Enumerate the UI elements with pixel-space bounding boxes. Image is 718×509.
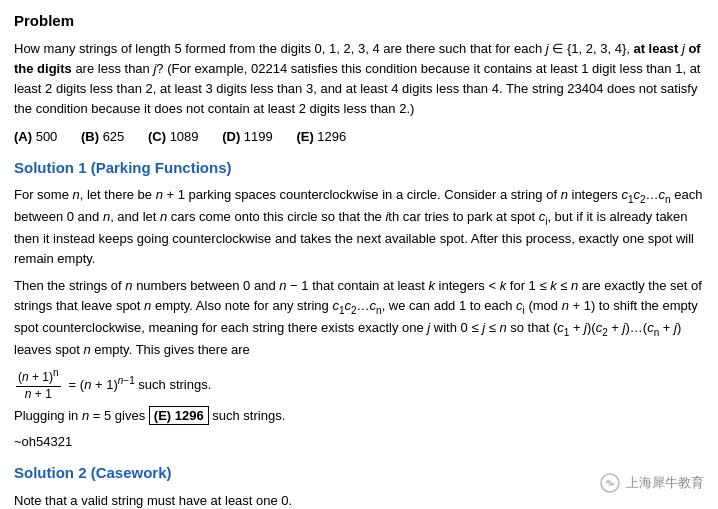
choice-e: (E) 1296	[296, 129, 346, 144]
choice-d: (D) 1199	[222, 129, 273, 144]
fraction: (n + 1)n n + 1	[16, 366, 61, 402]
choice-c: (C) 1089	[148, 129, 199, 144]
svg-point-1	[608, 481, 612, 485]
fraction-equals: = (n + 1)n−1 such strings.	[69, 373, 212, 395]
solution1-credit: ~oh54321	[14, 432, 704, 452]
solution1-title: Solution 1 (Parking Functions)	[14, 157, 704, 180]
problem-title: Problem	[14, 10, 704, 33]
problem-section: Problem How many strings of length 5 for…	[14, 10, 704, 147]
fraction-block: (n + 1)n n + 1 = (n + 1)n−1 such strings…	[14, 366, 704, 402]
watermark-icon	[598, 471, 622, 495]
watermark-text: 上海犀牛教育	[626, 473, 704, 493]
fraction-numerator: (n + 1)n	[16, 366, 61, 387]
watermark: 上海犀牛教育	[598, 471, 704, 495]
final-answer-box: (E) 1296	[149, 406, 209, 425]
solution1-para4: Plugging in n = 5 gives (E) 1296 such st…	[14, 406, 704, 426]
solution1-para1: For some n, let there be n + 1 parking s…	[14, 185, 704, 269]
solution1-section: Solution 1 (Parking Functions) For some …	[14, 157, 704, 453]
choice-b: (B) 625	[81, 129, 124, 144]
fraction-denominator: n + 1	[23, 387, 54, 403]
choice-a: (A) 500	[14, 129, 57, 144]
solution1-para2: Then the strings of n numbers between 0 …	[14, 276, 704, 360]
answer-choices: (A) 500 (B) 625 (C) 1089 (D) 1199 (E) 12…	[14, 127, 704, 147]
problem-body: How many strings of length 5 formed from…	[14, 39, 704, 120]
